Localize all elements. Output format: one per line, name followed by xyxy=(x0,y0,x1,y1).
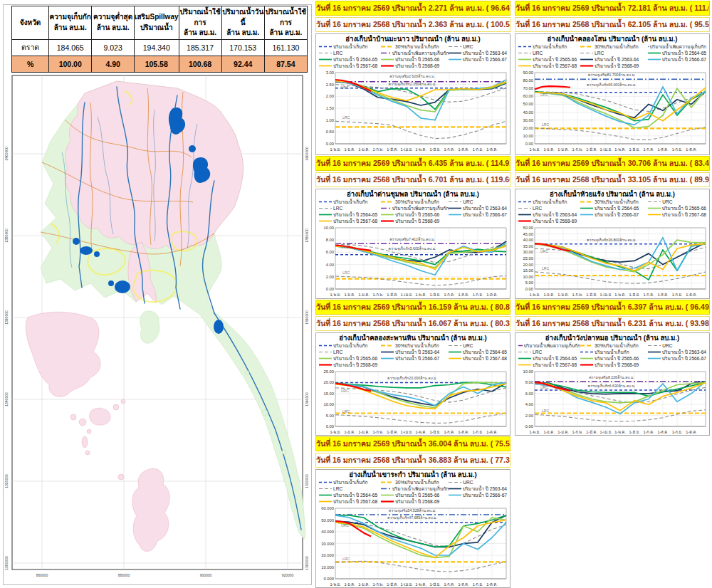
svg-text:30.00: 30.00 xyxy=(523,118,533,122)
svg-text:1-เม.ย.: 1-เม.ย. xyxy=(600,430,612,434)
legend-line-sample xyxy=(580,212,593,217)
legend-item-cap30: 30%ปริมาณน้ำเก็บกัก xyxy=(381,43,449,50)
chart-box: อ่างเก็บน้ำวังปลาหมอ ปริมาณน้ำ (ล้าน ลบ.… xyxy=(515,332,710,436)
legend-item-y6667: ปริมาณน้ำ ปี 2566-67 xyxy=(449,211,507,218)
svg-text:35.00: 35.00 xyxy=(523,244,533,248)
chart-plot: 0.0010.0020.0030.0040.0050.0060.0070.008… xyxy=(517,69,708,154)
svg-text:1-ธ.ค.: 1-ธ.ค. xyxy=(344,582,355,587)
legend-line-sample xyxy=(319,343,332,348)
svg-text:1-พ.ย.: 1-พ.ย. xyxy=(529,293,540,297)
banner-current: วันที่ 16 มกราคม 2569 ปริมาณน้ำ 2.271 ล้… xyxy=(315,1,511,16)
reservoir-chart-block: วันที่ 16 มกราคม 2569 ปริมาณน้ำ 30.706 ล… xyxy=(513,155,712,299)
banner-current: วันที่ 16 มกราคม 2569 ปริมาณน้ำ 36.004 ล… xyxy=(315,436,511,451)
legend-item-urc: URC xyxy=(449,199,507,205)
svg-text:1-ม.ค.: 1-ม.ค. xyxy=(557,147,569,152)
svg-text:1-ธ.ค.: 1-ธ.ค. xyxy=(543,147,555,152)
legend-line-sample xyxy=(449,199,461,204)
legend-line-sample xyxy=(449,350,461,355)
svg-text:1-ม.ค.: 1-ม.ค. xyxy=(358,582,370,587)
legend-line-sample xyxy=(319,63,332,68)
legend-line-sample xyxy=(518,350,531,355)
svg-text:860000: 860000 xyxy=(36,573,48,577)
svg-text:1-ก.ย.: 1-ก.ย. xyxy=(672,430,683,434)
chart-title: อ่างเก็บน้ำบ้านมะนาว ปริมาณน้ำ (ล้าน ลบ.… xyxy=(318,35,508,43)
legend-line-sample xyxy=(648,57,661,62)
legend-line-sample xyxy=(381,486,391,491)
island-green-small xyxy=(140,311,159,343)
svg-text:1-ต.ค.: 1-ต.ค. xyxy=(486,293,498,297)
legend-line-sample xyxy=(518,212,531,217)
svg-text:860000: 860000 xyxy=(36,74,48,75)
legend-item-y6667: ปริมาณน้ำ ปี 2566-67 xyxy=(381,355,449,362)
legend-item-y6566: ปริมาณน้ำ ปี 2565-66 xyxy=(580,355,648,362)
svg-text:URC: URC xyxy=(540,385,548,389)
island-ko-chang xyxy=(26,312,100,397)
legend-item-y6465: ปริมาณน้ำ ปี 2564-65 xyxy=(319,492,381,498)
svg-text:5.00: 5.00 xyxy=(326,414,334,418)
svg-text:2.00: 2.00 xyxy=(525,414,533,418)
svg-text:20.000: 20.000 xyxy=(321,553,334,557)
legend-item-y6465: ปริมาณน้ำ ปี 2564-65 xyxy=(449,349,507,355)
legend-item-y6465: ปริมาณน้ำ ปี 2564-65 xyxy=(580,205,648,211)
chart-plot: 0.002.004.006.008.0010.00URCLRCความจุเสร… xyxy=(517,368,708,434)
legend-item-urc: URC xyxy=(518,50,580,56)
banner-previous: วันที่ 16 มกราคม 2568 ปริมาณน้ำ 36.883 ล… xyxy=(315,453,511,468)
legend-item-cap: ปริมาณน้ำเก็บกัก xyxy=(319,199,381,205)
chart-legend: ปริมาณน้ำเก็บกัก30%ปริมาณน้ำเก็บกักURCLR… xyxy=(318,342,508,368)
legend-line-sample xyxy=(580,199,593,204)
svg-text:1-ก.พ.: 1-ก.พ. xyxy=(572,147,583,152)
svg-text:1-ก.ค.: 1-ก.ค. xyxy=(444,293,455,297)
svg-text:1-ก.พ.: 1-ก.พ. xyxy=(372,147,384,152)
svg-text:1-ม.ค.: 1-ม.ค. xyxy=(557,293,569,297)
table-cell: 194.340 xyxy=(135,39,179,56)
chart-plot: 0.00010.00020.00030.00040.00050.00060.00… xyxy=(318,505,508,587)
svg-text:4.00: 4.00 xyxy=(326,263,334,267)
legend-item-y6364: ปริมาณน้ำ ปี 2563-64 xyxy=(449,50,507,56)
svg-text:30.00: 30.00 xyxy=(523,250,533,254)
legend-item-y6768: ปริมาณน้ำ ปี 2567-68 xyxy=(319,218,381,224)
table-cell: 87.54 xyxy=(264,56,307,72)
legend-item-y6566: ปริมาณน้ำ ปี 2565-66 xyxy=(518,56,580,63)
svg-text:80.00: 80.00 xyxy=(523,78,533,83)
svg-text:20.00: 20.00 xyxy=(323,380,334,384)
svg-text:0.00: 0.00 xyxy=(525,142,533,146)
legend-line-sample xyxy=(580,362,593,367)
svg-text:1-มิ.ย.: 1-มิ.ย. xyxy=(429,147,440,152)
legend-item-cap30: 30%ปริมาณน้ำเก็บกัก xyxy=(381,199,449,205)
chart-plot: 0.002.004.006.008.0010.00URCLRCความจุเสร… xyxy=(318,224,508,298)
svg-text:1-ม.ค.: 1-ม.ค. xyxy=(358,430,370,434)
legend-item-cap: ปริมาณน้ำเก็บกัก xyxy=(319,43,381,50)
svg-text:1320000: 1320000 xyxy=(305,474,308,488)
chart-legend: ปริมาณน้ำเก็บกัก30%ปริมาณน้ำเก็บกักURCLR… xyxy=(318,43,508,69)
svg-text:90.00: 90.00 xyxy=(523,70,533,75)
svg-text:1-ก.พ.: 1-ก.พ. xyxy=(572,430,583,434)
svg-text:ความจุเสริม2.620ล้าน.ลบ.ม.: ความจุเสริม2.620ล้าน.ลบ.ม. xyxy=(389,74,435,79)
legend-line-sample xyxy=(319,499,332,504)
legend-item-urc: URC xyxy=(648,342,706,349)
svg-text:1-ก.ย.: 1-ก.ย. xyxy=(473,147,483,152)
svg-text:2.00: 2.00 xyxy=(326,275,334,279)
svg-text:1-ต.ค.: 1-ต.ค. xyxy=(486,582,498,587)
svg-text:1-เม.ย.: 1-เม.ย. xyxy=(401,582,413,587)
table-header: ปริมาณน้ำใช้การล้าน ลบ.ม. xyxy=(179,6,221,40)
table-cell: 92.44 xyxy=(221,56,264,72)
chart-title: อ่างเก็บน้ำห้วยแร้ง ปริมาณน้ำ (ล้าน ลบ.ม… xyxy=(517,190,708,199)
svg-text:25.00: 25.00 xyxy=(323,369,334,374)
chart-box: อ่างเก็บน้ำเขาระกำ ปริมาณน้ำ (ล้าน ลบ.ม.… xyxy=(315,469,511,588)
island-small xyxy=(118,474,124,480)
svg-text:1-ก.พ.: 1-ก.พ. xyxy=(372,293,384,297)
svg-text:6.00: 6.00 xyxy=(326,250,334,254)
map-svg: 8600008600008800008800009000009000009200… xyxy=(5,74,308,582)
svg-text:1360000: 1360000 xyxy=(5,310,9,325)
chart-legend: ปริมาณน้ำเก็บกัก30%ปริมาณน้ำเก็บกักปริมา… xyxy=(517,43,708,69)
table-cell: 170.153 xyxy=(221,39,264,56)
svg-text:0.00: 0.00 xyxy=(525,287,533,291)
map-mainland-pink xyxy=(66,81,244,251)
legend-line-sample xyxy=(319,493,332,498)
legend-line-sample xyxy=(580,206,593,211)
table-header: ความจุเก็บกักล้าน ลบ.ม. xyxy=(49,6,92,40)
svg-text:50.000: 50.000 xyxy=(321,518,334,523)
legend-line-sample xyxy=(518,57,531,62)
legend-item-urc: URC xyxy=(449,479,507,485)
svg-text:1-ธ.ค.: 1-ธ.ค. xyxy=(344,147,355,152)
